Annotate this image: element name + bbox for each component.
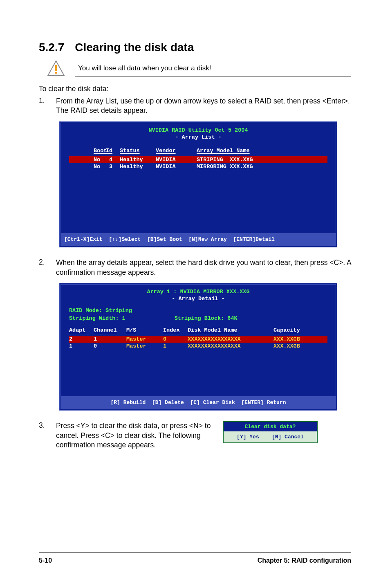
bios-subtitle: - Array List - bbox=[61, 134, 336, 144]
striping-width: Striping Width: 1 bbox=[69, 315, 126, 321]
cell-boot: No bbox=[69, 164, 103, 170]
striping-block: Striping Block: 64K bbox=[175, 315, 238, 321]
cell-array-name: MIRRORING XXX.XXG bbox=[188, 164, 270, 170]
bios-title: Array 1 : NVIDIA MIRROR XXX.XXG bbox=[61, 285, 336, 296]
step-number: 1. bbox=[39, 97, 48, 116]
bios-array-detail: Array 1 : NVIDIA MIRROR XXX.XXG - Array … bbox=[59, 283, 337, 411]
confirm-options[interactable]: [Y] Yes [N] Cancel bbox=[224, 431, 317, 442]
list-item: 1. From the Array List, use the up or do… bbox=[39, 97, 351, 116]
cell-disk-model: XXXXXXXXXXXXXXXX bbox=[188, 336, 273, 342]
cell-adapt: 2 bbox=[69, 336, 94, 342]
step-text: When the array details appear, select th… bbox=[56, 258, 351, 277]
chapter-title: Chapter 5: RAID configuration bbox=[258, 557, 351, 564]
col-disk-model: Disk Model Name bbox=[188, 327, 273, 333]
section-heading: 5.2.7 Clearing the disk data bbox=[39, 41, 351, 54]
table-header: Boot Id Status Vendor Array Model Name bbox=[61, 144, 336, 155]
col-adapt: Adapt bbox=[69, 327, 94, 333]
section-number: 5.2.7 bbox=[39, 41, 64, 54]
cell-boot: No bbox=[69, 157, 103, 163]
warning-icon bbox=[47, 60, 65, 76]
cell-disk-model: XXXXXXXXXXXXXXXX bbox=[188, 343, 273, 349]
cell-capacity: XXX.XXGB bbox=[273, 343, 314, 349]
col-status: Status bbox=[115, 148, 152, 154]
cell-status: Healthy bbox=[115, 164, 152, 170]
cell-id: 3 bbox=[103, 164, 115, 170]
col-vendor: Vendor bbox=[152, 148, 188, 154]
bios-subtitle: - Array Detail - bbox=[61, 296, 336, 306]
warning-callout: You will lose all data when you clear a … bbox=[47, 60, 351, 77]
bios-title: NVIDIA RAID Utility Oct 5 2004 bbox=[61, 123, 336, 134]
cell-ms: Master bbox=[126, 336, 163, 342]
raid-mode: RAID Mode: Striping bbox=[61, 306, 336, 314]
svg-rect-1 bbox=[55, 65, 57, 71]
cell-array-name: STRIPING XXX.XXG bbox=[188, 157, 270, 163]
table-row[interactable]: 1 0 Master 1 XXXXXXXXXXXXXXXX XXX.XXGB bbox=[69, 343, 327, 350]
bios-footer-hints: [Ctrl-X]Exit [↑↓]Select [B]Set Boot [N]N… bbox=[61, 233, 336, 246]
cell-adapt: 1 bbox=[69, 343, 94, 349]
col-array-name: Array Model Name bbox=[188, 148, 270, 154]
page-number: 5-10 bbox=[39, 557, 52, 564]
col-capacity: Capacity bbox=[273, 327, 314, 333]
cell-status: Healthy bbox=[115, 157, 152, 163]
page-footer: 5-10 Chapter 5: RAID configuration bbox=[39, 552, 351, 564]
cell-id: 4 bbox=[103, 157, 115, 163]
intro-text: To clear the disk data: bbox=[39, 84, 351, 94]
cell-vendor: NVIDIA bbox=[152, 157, 188, 163]
section-title: Clearing the disk data bbox=[75, 41, 194, 54]
list-item: 2. When the array details appear, select… bbox=[39, 258, 351, 277]
step-number: 2. bbox=[39, 258, 48, 277]
col-channel: Channel bbox=[94, 327, 126, 333]
bios-array-list: NVIDIA RAID Utility Oct 5 2004 - Array L… bbox=[59, 121, 337, 247]
cell-channel: 1 bbox=[94, 336, 126, 342]
warning-text: You will lose all data when you clear a … bbox=[75, 60, 351, 77]
table-row[interactable]: No 4 Healthy NVIDIA STRIPING XXX.XXG bbox=[69, 156, 327, 163]
step-number: 3. bbox=[39, 421, 48, 450]
step-text: From the Array List, use the up or down … bbox=[56, 97, 351, 116]
cell-index: 0 bbox=[163, 336, 188, 342]
list-item: 3. Press <Y> to clear the disk data, or … bbox=[39, 421, 351, 450]
step-text: Press <Y> to clear the disk data, or pre… bbox=[56, 421, 211, 450]
table-row[interactable]: 2 1 Master 0 XXXXXXXXXXXXXXXX XXX.XXGB bbox=[69, 336, 327, 343]
col-index: Index bbox=[163, 327, 188, 333]
confirm-dialog: Clear disk data? [Y] Yes [N] Cancel bbox=[223, 421, 318, 443]
confirm-title: Clear disk data? bbox=[224, 422, 317, 431]
col-boot: Boot bbox=[69, 148, 103, 154]
cell-index: 1 bbox=[163, 343, 188, 349]
table-row[interactable]: No 3 Healthy NVIDIA MIRRORING XXX.XXG bbox=[69, 163, 327, 170]
cell-ms: Master bbox=[126, 343, 163, 349]
col-id: Id bbox=[103, 148, 115, 154]
cell-capacity: XXX.XXGB bbox=[273, 336, 314, 342]
cell-vendor: NVIDIA bbox=[152, 164, 188, 170]
table-header: Adapt Channel M/S Index Disk Model Name … bbox=[61, 321, 336, 335]
svg-rect-2 bbox=[55, 72, 57, 74]
cell-channel: 0 bbox=[94, 343, 126, 349]
col-ms: M/S bbox=[126, 327, 163, 333]
bios-footer-hints: [R] Rebuild [D] Delete [C] Clear Disk [E… bbox=[61, 396, 336, 409]
